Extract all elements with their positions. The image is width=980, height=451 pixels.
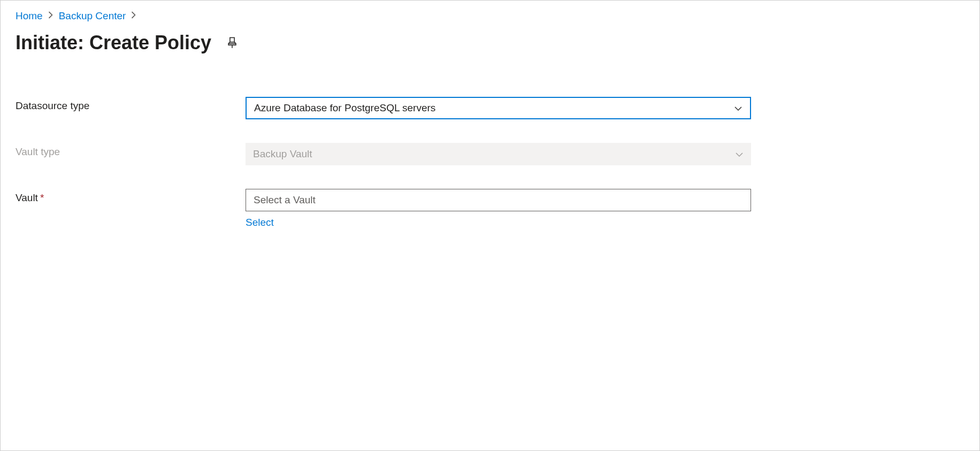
label-vault-type: Vault type <box>16 143 246 158</box>
vault-type-value: Backup Vault <box>253 148 312 160</box>
vault-type-select: Backup Vault <box>246 143 751 165</box>
breadcrumb-separator-icon <box>131 11 136 21</box>
breadcrumb-home[interactable]: Home <box>16 10 43 22</box>
label-vault: Vault* <box>16 189 246 204</box>
required-asterisk: * <box>40 192 44 203</box>
breadcrumb-backup-center[interactable]: Backup Center <box>59 10 126 22</box>
breadcrumb: Home Backup Center <box>16 10 964 22</box>
row-vault: Vault* Select a Vault Select <box>16 189 964 228</box>
datasource-type-value: Azure Database for PostgreSQL servers <box>254 102 435 114</box>
chevron-down-icon <box>734 104 742 112</box>
page-title: Initiate: Create Policy <box>16 32 211 54</box>
row-vault-type: Vault type Backup Vault <box>16 143 964 165</box>
pin-icon[interactable] <box>226 37 238 49</box>
vault-input[interactable]: Select a Vault <box>246 189 751 211</box>
title-row: Initiate: Create Policy <box>16 32 964 54</box>
row-datasource-type: Datasource type Azure Database for Postg… <box>16 97 964 119</box>
breadcrumb-separator-icon <box>48 11 53 21</box>
datasource-type-select[interactable]: Azure Database for PostgreSQL servers <box>246 97 751 119</box>
svg-rect-0 <box>230 37 234 42</box>
label-datasource-type: Datasource type <box>16 97 246 112</box>
chevron-down-icon <box>735 150 744 158</box>
vault-select-link[interactable]: Select <box>246 217 274 228</box>
vault-placeholder: Select a Vault <box>254 194 316 206</box>
